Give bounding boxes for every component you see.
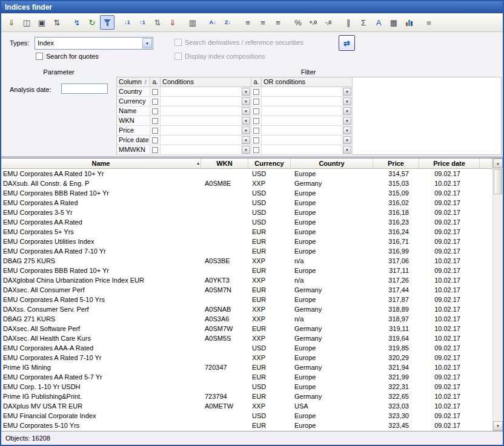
table-row[interactable]: EMU Corporates A Rated 5-10 YrsEUREurope… (1, 295, 492, 304)
stop-icon[interactable]: ■ (422, 15, 436, 30)
percent-format-icon[interactable]: % (291, 15, 305, 30)
filter-and-checkbox[interactable] (152, 99, 158, 105)
filter-and-checkbox[interactable] (152, 128, 158, 134)
scrollbar-track[interactable] (493, 195, 503, 421)
align-center-icon[interactable]: ≡ (256, 15, 270, 30)
grid-icon[interactable]: ▦ (386, 15, 401, 30)
remove-decimal-icon[interactable]: -,0 (321, 15, 336, 30)
filter-or-condition-combo[interactable]: ▼ (262, 97, 353, 107)
table-row[interactable]: EMU Corporates BBB Rated 10+ YrEUREurope… (1, 266, 492, 275)
filter-condition-combo[interactable]: ▼ (161, 126, 251, 136)
sort-descending-icon[interactable]: Z↓ (220, 15, 235, 30)
filter-and-checkbox[interactable] (152, 147, 158, 153)
filter-condition-combo[interactable]: ▼ (161, 97, 251, 107)
new-window-icon[interactable]: ▣ (35, 15, 49, 30)
filter-condition-combo[interactable]: ▼ (161, 145, 251, 155)
filter-icon[interactable] (100, 15, 114, 30)
sum-icon[interactable]: Σ (356, 15, 371, 30)
filter-condition-combo[interactable]: ▼ (161, 136, 251, 145)
table-row[interactable]: EMU Corporates Utilities IndexEUREurope3… (1, 237, 492, 246)
analysis-date-input[interactable] (61, 84, 108, 94)
filter-or-condition-combo[interactable]: ▼ (262, 107, 353, 116)
align-right-icon[interactable]: ≡ (271, 15, 285, 30)
align-left-icon[interactable]: ≡ (240, 15, 255, 30)
filter-header-a-[interactable]: a. (150, 77, 161, 87)
filter-and-checkbox[interactable] (152, 89, 158, 95)
table-row[interactable]: DAXsub. All Constr. & Eng. PA0SM8EXXPGer… (1, 179, 492, 188)
table-row[interactable]: Prime IG Mining720347EURGermany321,9410.… (1, 362, 492, 372)
search-quotes-checkbox[interactable] (36, 53, 43, 60)
filter-or-checkbox[interactable] (253, 147, 259, 153)
column-header-name[interactable]: Name▴ (1, 159, 201, 169)
table-row[interactable]: EMU Corporates AA Rated 7-10 YrEUREurope… (1, 246, 492, 256)
sort-add-level-icon[interactable]: ↓1 (120, 15, 134, 30)
table-row[interactable]: EMU Corporates AA RatedUSDEurope316,2309… (1, 217, 492, 227)
chevron-down-icon[interactable]: ▼ (343, 97, 351, 105)
table-row[interactable]: EMU Corporates AA Rated 10+ YrUSDEurope3… (1, 169, 492, 179)
table-row[interactable]: EMU Corporates A Rated 7-10 YrXXPEurope3… (1, 353, 492, 362)
chevron-down-icon[interactable]: ▼ (343, 126, 351, 134)
table-row[interactable]: DAXglobal China Urbanization Price Index… (1, 275, 492, 285)
chevron-down-icon[interactable]: ▼ (242, 146, 250, 154)
chevron-down-icon[interactable]: ▼ (242, 88, 250, 96)
display-compositions-checkbox[interactable] (174, 53, 182, 60)
filter-or-checkbox[interactable] (253, 89, 259, 95)
refresh-icon[interactable]: ↻ (85, 15, 99, 30)
chevron-down-icon[interactable]: ▼ (242, 117, 250, 125)
filter-header-conditions[interactable]: Conditions (161, 77, 251, 87)
chevron-down-icon[interactable]: ▼ (242, 97, 250, 105)
results-body[interactable]: EMU Corporates AA Rated 10+ YrUSDEurope3… (1, 169, 492, 431)
filter-or-condition-combo[interactable]: ▼ (262, 116, 353, 126)
filter-or-checkbox[interactable] (253, 108, 259, 114)
column-header-price[interactable]: Price (373, 159, 419, 169)
font-icon[interactable]: A (371, 15, 386, 30)
table-row[interactable]: DAXsec. All Software PerfA0SM7WEURGerman… (1, 324, 492, 333)
table-row[interactable]: DAXss. Consumer Serv. PerfA0SNABXXPGerma… (1, 304, 492, 314)
chevron-down-icon[interactable]: ▼ (242, 126, 250, 134)
filter-condition-combo[interactable]: ▼ (161, 87, 251, 97)
filter-and-checkbox[interactable] (152, 108, 158, 114)
search-derivatives-checkbox[interactable] (174, 39, 182, 46)
sort-ascending-icon[interactable]: A↓ (205, 15, 220, 30)
table-row[interactable]: EMU Financial Corporate IndexUSDEurope32… (1, 411, 492, 421)
chevron-down-icon[interactable]: ▼ (343, 146, 351, 154)
filter-header-or-conditions[interactable]: OR conditions (262, 77, 353, 87)
column-header-wkn[interactable]: WKN (201, 159, 248, 169)
chevron-down-icon[interactable]: ▼ (242, 107, 250, 115)
export-table-icon[interactable]: ⇓ (4, 15, 19, 30)
import-data-icon[interactable]: ⇓ (165, 15, 180, 30)
table-row[interactable]: DAXplus MV USA TR EURA0METWXXPUSA323,031… (1, 401, 492, 411)
filter-or-condition-combo[interactable]: ▼ (262, 87, 353, 97)
search-quotes-checkbox-row[interactable]: Search for quotes (36, 53, 99, 60)
column-header-currency[interactable]: Currency (248, 159, 291, 169)
filter-and-checkbox[interactable] (152, 118, 158, 124)
quote-request-icon[interactable]: ↯ (70, 15, 84, 30)
table-row[interactable]: EMU Corporates A RatedUSDEurope316,0209.… (1, 198, 492, 208)
title-bar[interactable]: Indices finder (1, 1, 503, 13)
filter-or-condition-combo[interactable]: ▼ (262, 126, 353, 136)
chevron-down-icon[interactable]: ▼ (142, 38, 152, 48)
table-row[interactable]: DBAG 271 KURSA0S3A6XXPn/a318,9710.02.17 (1, 314, 492, 324)
chevron-down-icon[interactable]: ▼ (343, 107, 351, 115)
filter-and-checkbox[interactable] (152, 137, 158, 143)
table-row[interactable]: EMU Corporates BBB Rated 10+ YrUSDEurope… (1, 188, 492, 198)
column-options-icon[interactable]: ▥ (185, 15, 200, 30)
table-row[interactable]: DAXsec. All Health Care KursA0SM5SXXPGer… (1, 333, 492, 343)
split-columns-icon[interactable]: ∥ (341, 15, 356, 30)
scroll-down-icon[interactable]: ▼ (493, 421, 503, 431)
chart-icon[interactable] (402, 15, 416, 30)
column-header-price-date[interactable]: Price date (419, 159, 480, 169)
filter-or-checkbox[interactable] (253, 128, 259, 134)
chevron-down-icon[interactable]: ▼ (242, 136, 250, 144)
filter-or-condition-combo[interactable]: ▼ (262, 145, 353, 155)
column-header-country[interactable]: Country (291, 159, 373, 169)
fit-view-icon[interactable]: ◫ (19, 15, 34, 30)
filter-or-checkbox[interactable] (253, 137, 259, 143)
reorder-rows-icon[interactable]: ⇅ (150, 15, 165, 30)
add-decimal-icon[interactable]: +,0 (306, 15, 320, 30)
filter-header-a-[interactable]: a. (251, 77, 262, 87)
table-row[interactable]: EMU Corp. 1-10 Yr USDHUSDEurope322,3109.… (1, 382, 492, 392)
table-row[interactable]: Prime IG Publishing&Print.723794EURGerma… (1, 392, 492, 401)
chevron-down-icon[interactable]: ▼ (343, 117, 351, 125)
chevron-down-icon[interactable]: ▼ (343, 136, 351, 144)
